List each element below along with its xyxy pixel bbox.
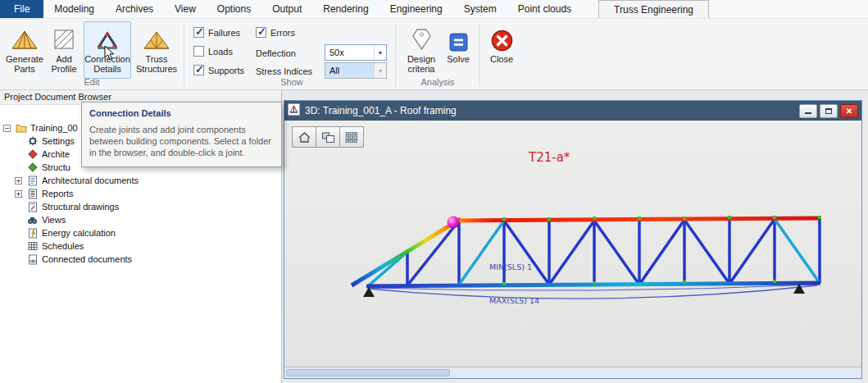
gear-icon [26, 136, 39, 146]
menu-tab-point-clouds[interactable]: Point clouds [507, 0, 582, 18]
tree-item-energy-calculation[interactable]: Energy calculation [2, 226, 281, 239]
mouse-cursor [104, 45, 115, 64]
design-criteria-button[interactable]: Design criteria [401, 21, 442, 79]
tree-item-reports[interactable]: + Reports [2, 187, 281, 200]
joint-sphere[interactable] [448, 217, 460, 229]
tree-item-label: Energy calculation [42, 228, 116, 238]
grid-view-button[interactable] [339, 126, 364, 148]
tree-item-label: Structu [42, 162, 70, 172]
minimize-button[interactable] [799, 104, 817, 118]
horizontal-scrollbar[interactable] [284, 367, 861, 378]
tree-item-label: Connected documents [42, 254, 132, 264]
ribbon: Generate Parts Add Profile Connection De… [0, 19, 868, 90]
tree-item-label: Archite [42, 149, 70, 159]
group-separator [395, 23, 396, 86]
solve-label: Solve [447, 54, 470, 64]
expand-icon[interactable]: + [15, 190, 22, 198]
menu-tab-modeling[interactable]: Modeling [43, 0, 105, 18]
deflection-dropdown[interactable]: 50x ▼ [325, 44, 387, 61]
views-icon [26, 216, 39, 225]
viewport-toolbar [292, 126, 363, 148]
stress-indices-value: All [325, 63, 374, 78]
errors-checkbox-box[interactable] [256, 27, 266, 38]
menu-tab-file[interactable]: File [0, 0, 43, 18]
stress-indices-dropdown[interactable]: All ▼ [325, 62, 387, 79]
viewport-canvas[interactable]: T21-a* MIN(SLS) 1 MAX(SLS) 14 [284, 121, 861, 367]
generate-parts-button[interactable]: Generate Parts [5, 21, 44, 79]
profile-hatch-icon [52, 22, 76, 52]
app: { "menu": { "tabs": [ {"label": "File"},… [0, 0, 868, 383]
scrollbar-thumb[interactable] [286, 369, 450, 376]
truss-structures-label: Truss Structures [135, 54, 178, 74]
documents-icon [26, 176, 39, 186]
chevron-down-icon: ▼ [374, 63, 386, 78]
menu-tab-output[interactable]: Output [261, 0, 312, 18]
close-circle-icon [491, 22, 513, 52]
deflection-label: Deflection [256, 48, 296, 58]
tree-item-label: Structural drawings [42, 202, 119, 212]
chevron-down-icon[interactable]: ▼ [374, 45, 386, 60]
deflection-value: 50x [325, 48, 374, 57]
tree-item-label: Architectural documents [42, 176, 139, 185]
menu-bar: File Modeling Archives View Options Outp… [0, 0, 868, 19]
architect-model-icon [26, 149, 39, 159]
viewport-title-bar[interactable]: 3D: Training_001_A - Roof framing ✕ [284, 101, 861, 121]
expand-icon[interactable]: + [15, 177, 22, 185]
restore-button[interactable] [820, 104, 838, 118]
tree-item-schedules[interactable]: Schedules [2, 239, 281, 253]
menu-tab-rendering[interactable]: Rendering [312, 0, 379, 18]
collapse-icon[interactable]: − [3, 125, 11, 132]
viewport-icon [288, 103, 300, 119]
generate-parts-label: Generate Parts [6, 54, 43, 74]
failures-checkbox[interactable]: Failures [193, 27, 240, 38]
structural-model-icon [26, 162, 39, 172]
menu-tab-system[interactable]: System [453, 0, 507, 18]
tag-icon [411, 22, 433, 52]
tree-item-label: Views [42, 215, 66, 225]
linked-document-icon [26, 254, 39, 265]
tooltip-body: Create joints and add joint components b… [89, 124, 274, 158]
add-profile-button[interactable]: Add Profile [46, 21, 82, 79]
loads-checkbox-box[interactable] [193, 46, 204, 57]
truss-structure-icon [143, 22, 170, 52]
errors-checkbox-label: Errors [270, 28, 295, 38]
tree-item-structural-drawings[interactable]: Structural drawings [2, 200, 281, 213]
energy-icon [26, 228, 39, 239]
truss-label: T21-a* [528, 150, 570, 165]
viewport-content[interactable]: T21-a* MIN(SLS) 1 MAX(SLS) 14 [284, 121, 861, 367]
supports-checkbox-box[interactable] [193, 65, 204, 75]
max-deflection-label: MAX(SLS) 14 [489, 296, 539, 305]
viewport-title: 3D: Training_001_A - Roof framing [305, 105, 457, 116]
menu-tab-truss-engineering[interactable]: Truss Engineering [598, 0, 709, 18]
support-left [363, 287, 375, 297]
tree-item-architectural-documents[interactable]: + Architectural documents [2, 174, 281, 187]
menu-tab-options[interactable]: Options [207, 0, 261, 18]
window-close-button[interactable]: ✕ [840, 104, 858, 118]
menu-tab-view[interactable]: View [164, 0, 207, 18]
menu-tab-archives[interactable]: Archives [105, 0, 164, 18]
failures-checkbox-box[interactable] [193, 27, 204, 38]
loads-checkbox[interactable]: Loads [193, 46, 233, 57]
failures-checkbox-label: Failures [208, 28, 240, 38]
model-view-button[interactable] [292, 126, 316, 148]
supports-checkbox[interactable]: Supports [193, 65, 244, 75]
close-label: Close [490, 54, 513, 64]
group-separator [184, 23, 184, 86]
close-button[interactable]: Close [485, 21, 518, 79]
truss-structures-button[interactable]: Truss Structures [134, 21, 179, 79]
supports-checkbox-label: Supports [208, 66, 244, 75]
menu-tab-engineering[interactable]: Engineering [379, 0, 453, 18]
show-group-label: Show [193, 77, 390, 89]
equals-icon [449, 22, 468, 52]
tree-item-views[interactable]: Views [2, 213, 281, 226]
solve-button[interactable]: Solve [443, 21, 473, 79]
truss-planes-button[interactable] [316, 126, 340, 148]
analysis-group-label: Analysis [401, 77, 475, 89]
errors-checkbox[interactable]: Errors [256, 27, 295, 38]
truss-web-members [369, 219, 820, 285]
connection-details-tooltip: Connection Details Create joints and add… [81, 102, 282, 167]
tree-item-label: Settings [42, 136, 75, 146]
design-criteria-label: Design criteria [402, 54, 441, 74]
tree-item-connected-documents[interactable]: Connected documents [2, 253, 281, 266]
viewport-window: 3D: Training_001_A - Roof framing ✕ [284, 100, 862, 379]
